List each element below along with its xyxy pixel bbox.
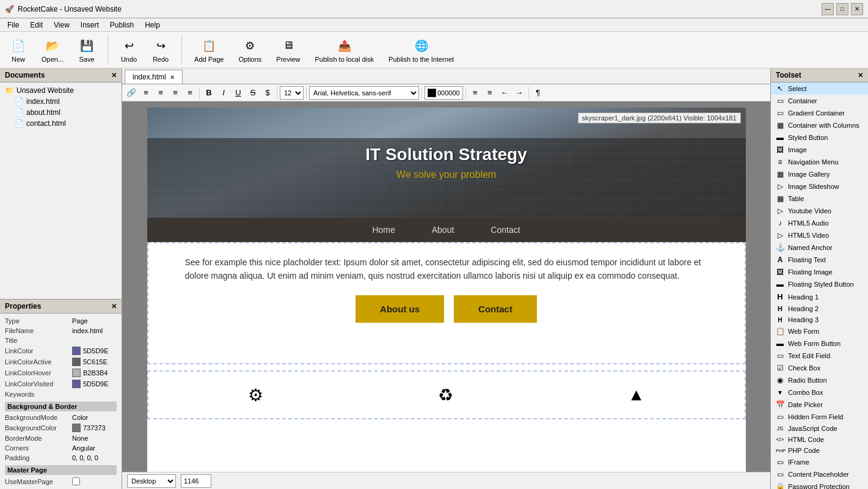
tab-index-html[interactable]: index.html ✕: [125, 70, 183, 84]
toolset-html5-audio[interactable]: ♪ HTML5 Audio: [771, 217, 868, 229]
view-mode-select[interactable]: Desktop Mobile Tablet: [127, 474, 176, 488]
prop-bgcolor-value[interactable]: 737373: [72, 424, 117, 432]
select-tool[interactable]: ↖ Select: [771, 83, 868, 95]
options-button[interactable]: ⚙ Options: [233, 35, 266, 65]
toolset-heading-3[interactable]: H Heading 3: [771, 314, 868, 325]
toolset-image-gallery[interactable]: ▦ Image Gallery: [771, 168, 868, 180]
align-justify-button[interactable]: ≡: [183, 86, 197, 100]
zoom-input[interactable]: [181, 474, 211, 488]
italic-button[interactable]: I: [217, 86, 230, 100]
menu-help[interactable]: Help: [140, 20, 165, 31]
toolset-image[interactable]: 🖼 Image: [771, 144, 868, 156]
contact-button[interactable]: Contact: [454, 295, 537, 323]
file-about[interactable]: 📄 about.html: [2, 107, 119, 118]
menu-edit[interactable]: Edit: [25, 20, 48, 31]
toolset-javascript-code[interactable]: JS JavaScript Code: [771, 423, 868, 434]
prop-padding-value[interactable]: 0, 0, 0, 0: [72, 454, 117, 461]
menu-publish[interactable]: Publish: [105, 20, 139, 31]
toolset-named-anchor[interactable]: ⚓ Named Anchor: [771, 241, 868, 254]
toolset-floating-styled-button[interactable]: ▬ Floating Styled Button: [771, 278, 868, 290]
toolset-iframe[interactable]: ▭ IFrame: [771, 456, 868, 468]
toolset-heading-2[interactable]: H Heading 2: [771, 303, 868, 314]
toolset-html-code[interactable]: </> HTML Code: [771, 434, 868, 445]
toolset-text-edit-field[interactable]: ▭ Text Edit Field: [771, 350, 868, 362]
prop-bordermode-value[interactable]: None: [72, 435, 117, 442]
use-master-page-checkbox[interactable]: [72, 477, 80, 485]
font-family-select[interactable]: Arial, Helvetica, sans-serif: [309, 86, 419, 100]
redo-button[interactable]: ↪ Redo: [147, 35, 174, 65]
toolset-youtube-video[interactable]: ▷ Youtube Video: [771, 205, 868, 217]
toolset-gradient-container[interactable]: ▭ Gradient Container: [771, 107, 868, 119]
toolset-styled-button[interactable]: ▬ Styled Button: [771, 131, 868, 144]
dollar-button[interactable]: $: [261, 86, 274, 100]
minimize-button[interactable]: —: [822, 3, 834, 15]
prop-linkcolor-value[interactable]: 5D5D9E: [72, 347, 117, 355]
prop-usemasterpage-value[interactable]: [72, 477, 117, 485]
prop-filename-value[interactable]: index.html: [72, 327, 117, 334]
properties-close[interactable]: ✕: [111, 303, 117, 311]
nav-contact[interactable]: Contact: [491, 225, 520, 235]
undo-button[interactable]: ↩ Undo: [115, 35, 142, 65]
toolset-html5-video[interactable]: ▷ HTML5 Video: [771, 229, 868, 241]
add-page-button[interactable]: 📋 Add Page: [189, 35, 228, 65]
publish-internet-button[interactable]: 🌐 Publish to the Internet: [384, 35, 459, 65]
canvas-wrapper[interactable]: IT Solution Strategy We solve your probl…: [122, 101, 770, 472]
toolset-combo-box[interactable]: ▾ Combo Box: [771, 386, 868, 399]
bold-button[interactable]: B: [202, 86, 216, 100]
nav-about[interactable]: About: [432, 225, 454, 235]
toolset-php-code[interactable]: PHP PHP Code: [771, 445, 868, 456]
toolset-floating-image[interactable]: 🖼 Floating Image: [771, 266, 868, 278]
link-button[interactable]: 🔗: [125, 86, 138, 100]
close-button[interactable]: ✕: [851, 3, 863, 15]
indent-increase-button[interactable]: →: [512, 86, 526, 100]
menu-insert[interactable]: Insert: [76, 20, 104, 31]
toolset-password-protection[interactable]: 🔒 Password Protection: [771, 480, 868, 489]
publish-local-button[interactable]: 📤 Publish to local disk: [310, 35, 379, 65]
toolset-check-box[interactable]: ☑ Check Box: [771, 362, 868, 374]
indent-decrease-button[interactable]: ←: [498, 86, 511, 100]
prop-linkcoloractive-value[interactable]: 5C615E: [72, 358, 117, 366]
prop-corners-value[interactable]: Angular: [72, 444, 117, 452]
maximize-button[interactable]: □: [836, 3, 848, 15]
tree-root[interactable]: 📁 Unsaved Website: [2, 85, 119, 96]
toolset-floating-text[interactable]: A Floating Text: [771, 254, 868, 266]
strikethrough-button[interactable]: S: [246, 86, 260, 100]
prop-bgmode-value[interactable]: Color: [72, 414, 117, 421]
prop-linkcolorhover-value[interactable]: B2B3B4: [72, 369, 117, 377]
nav-home[interactable]: Home: [372, 225, 395, 235]
new-button[interactable]: 📄 New: [5, 35, 32, 65]
about-us-button[interactable]: About us: [356, 295, 444, 323]
ordered-list-button[interactable]: ≡: [483, 86, 497, 100]
prop-linkcolorvisited-value[interactable]: 5D5D9E: [72, 380, 117, 388]
toolset-content-placeholder[interactable]: ▭ Content Placeholder: [771, 468, 868, 480]
underline-button[interactable]: U: [232, 86, 245, 100]
toolset-date-picker[interactable]: 📅 Date Picker: [771, 399, 868, 411]
unordered-list-button[interactable]: ≡: [469, 86, 482, 100]
menu-view[interactable]: View: [49, 20, 75, 31]
toolset-hidden-form-field[interactable]: ▭ Hidden Form Field: [771, 411, 868, 423]
file-index[interactable]: 📄 index.html: [2, 96, 119, 107]
paragraph-button[interactable]: ¶: [531, 86, 545, 100]
save-button[interactable]: 💾 Save: [73, 35, 100, 65]
toolset-navigation-menu[interactable]: ≡ Navigation Menu: [771, 156, 868, 168]
toolset-heading-1[interactable]: H Heading 1: [771, 290, 868, 303]
font-size-select[interactable]: 12 8 9 10 11 14 16 18 24 36: [280, 86, 304, 100]
align-left-button[interactable]: ≡: [139, 86, 153, 100]
preview-button[interactable]: 🖥 Preview: [271, 35, 305, 65]
toolset-image-slideshow[interactable]: ▷ Image Slideshow: [771, 180, 868, 193]
toolset-radio-button[interactable]: ◉ Radio Button: [771, 374, 868, 386]
open-button[interactable]: 📂 Open...: [37, 35, 68, 65]
toolset-container-columns[interactable]: ▦ Container with Columns: [771, 119, 868, 131]
align-right-button[interactable]: ≡: [169, 86, 182, 100]
toolset-web-form-button[interactable]: ▬ Web Form Button: [771, 337, 868, 350]
tab-close-button[interactable]: ✕: [170, 74, 175, 81]
toolset-web-form[interactable]: 📋 Web Form: [771, 325, 868, 337]
color-indicator[interactable]: 000000: [425, 86, 463, 100]
toolset-container[interactable]: ▭ Container: [771, 95, 868, 107]
toolset-table[interactable]: ▦ Table: [771, 193, 868, 205]
documents-close[interactable]: ✕: [111, 72, 117, 79]
menu-file[interactable]: File: [2, 20, 24, 31]
toolset-close[interactable]: ✕: [858, 72, 863, 79]
file-contact[interactable]: 📄 contact.html: [2, 118, 119, 129]
align-center-button[interactable]: ≡: [154, 86, 167, 100]
